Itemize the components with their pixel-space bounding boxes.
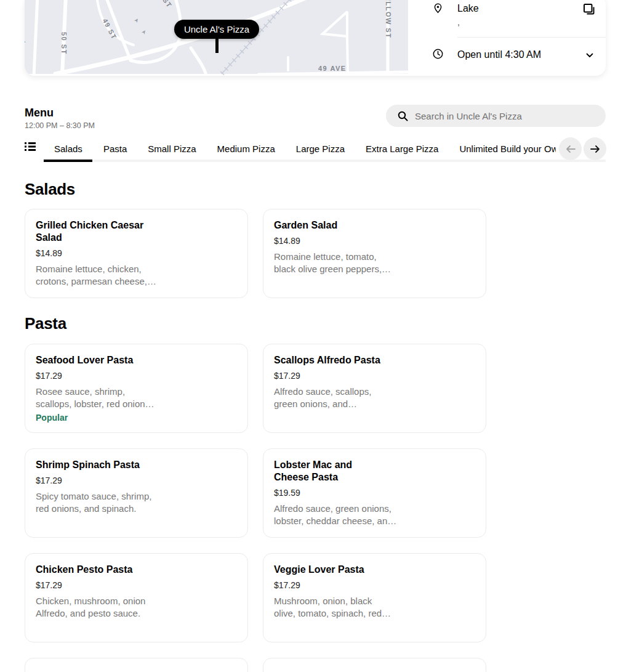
menu-item-card[interactable]: Grilled Chicken Caesar Salad $14.89 Roma… bbox=[25, 209, 248, 298]
item-name: Chicken Pesto Pasta bbox=[36, 564, 237, 576]
item-description: Spicy tomato sauce, shrimp, red onions, … bbox=[36, 490, 237, 515]
item-price: $17.29 bbox=[36, 580, 237, 591]
street-label: 50 ST bbox=[60, 32, 68, 55]
popular-badge: Popular bbox=[36, 413, 68, 423]
menu-item-card[interactable]: Seafood Lover Pasta $17.29 Rosee sauce, … bbox=[25, 344, 248, 433]
menu-item-card[interactable]: Scallops Alfredo Pasta $17.29 Alfredo sa… bbox=[263, 344, 486, 433]
restaurant-info-panel: Lake , Open until 4:30 AM bbox=[408, 0, 606, 76]
restaurant-address-line2: , bbox=[457, 17, 460, 27]
restaurant-address: Lake bbox=[457, 1, 479, 17]
category-tabbar: Salads Pasta Small Pizza Medium Pizza La… bbox=[0, 137, 618, 164]
item-name: Scallops Alfredo Pasta bbox=[274, 354, 475, 366]
item-price: $14.89 bbox=[36, 248, 237, 259]
map-pin-stem bbox=[215, 38, 219, 53]
item-name: Garden Salad bbox=[274, 219, 475, 232]
location-pin-icon bbox=[433, 3, 443, 14]
arrow-right-icon bbox=[590, 144, 601, 155]
item-description: Alfredo sauce, scallops, green onions, a… bbox=[274, 386, 475, 410]
item-description: Chicken, mushroom, onion Alfredo, and pe… bbox=[36, 595, 237, 620]
item-name: Grilled Chicken Caesar Salad bbox=[36, 219, 237, 244]
tab-underline-track bbox=[44, 160, 606, 162]
item-price: $17.29 bbox=[274, 580, 475, 591]
divider bbox=[457, 37, 606, 38]
active-tab-indicator bbox=[44, 160, 92, 162]
copy-address-button[interactable] bbox=[582, 2, 596, 16]
restaurant-map-card: ST 49 ST 50 ST WILLOW ST 49 AVE ST ➤ ➤ U… bbox=[25, 0, 606, 76]
menu-item-card[interactable]: Garden Salad $14.89 Romaine lettuce, tom… bbox=[263, 209, 486, 298]
arrow-left-icon bbox=[565, 144, 576, 155]
menu-list-button[interactable] bbox=[25, 142, 36, 152]
item-price: $19.59 bbox=[274, 488, 475, 498]
clock-icon bbox=[433, 49, 443, 59]
street-label: WILLOW ST bbox=[385, 0, 392, 38]
search-bar[interactable] bbox=[386, 105, 606, 127]
tabs-next-button[interactable] bbox=[584, 137, 606, 160]
item-price: $17.29 bbox=[36, 476, 237, 486]
menu-item-card[interactable]: Shrimp Spinach Pasta $17.29 Spicy tomato… bbox=[25, 448, 248, 538]
item-description: Romaine lettuce, tomato, black olive gre… bbox=[274, 251, 475, 275]
item-name: Shrimp Spinach Pasta bbox=[36, 459, 237, 471]
item-price: $17.29 bbox=[36, 371, 237, 381]
item-description: Rosee sauce, shrimp, scallops, lobster, … bbox=[36, 386, 237, 410]
item-description: Romaine lettuce, chicken, crotons, parme… bbox=[36, 263, 237, 288]
opening-hours-row[interactable]: Open until 4:30 AM bbox=[408, 43, 606, 68]
map[interactable]: ST 49 ST 50 ST WILLOW ST 49 AVE ST ➤ ➤ U… bbox=[25, 0, 408, 76]
menu-item-card-partial[interactable] bbox=[263, 658, 486, 672]
salads-grid: Grilled Chicken Caesar Salad $14.89 Roma… bbox=[25, 209, 486, 298]
item-description: Alfredo sauce, green onions, lobster, ch… bbox=[274, 503, 475, 527]
copy-icon bbox=[582, 2, 596, 16]
item-name: Veggie Lover Pasta bbox=[274, 564, 475, 576]
item-name: Lobster Mac and Cheese Pasta bbox=[274, 459, 475, 484]
item-price: $17.29 bbox=[274, 371, 475, 381]
tabs-prev-button[interactable] bbox=[559, 137, 582, 160]
menu-item-card[interactable]: Chicken Pesto Pasta $17.29 Chicken, mush… bbox=[25, 553, 248, 642]
item-name: Seafood Lover Pasta bbox=[36, 354, 237, 366]
menu-title: Menu bbox=[25, 107, 54, 119]
menu-item-card[interactable]: Veggie Lover Pasta $17.29 Mushroom, onio… bbox=[263, 553, 486, 642]
item-price: $14.89 bbox=[274, 236, 475, 246]
pasta-grid: Seafood Lover Pasta $17.29 Rosee sauce, … bbox=[25, 344, 486, 672]
list-icon bbox=[25, 142, 36, 152]
search-icon bbox=[398, 111, 408, 121]
map-pin-label[interactable]: Uncle Al's Pizza bbox=[174, 20, 259, 39]
street-label: 49 AVE bbox=[318, 65, 347, 72]
search-input[interactable] bbox=[414, 110, 588, 122]
section-title-salads: Salads bbox=[25, 180, 75, 199]
menu-hours: 12:00 PM – 8:30 PM bbox=[25, 121, 95, 130]
menu-item-card[interactable]: Lobster Mac and Cheese Pasta $19.59 Alfr… bbox=[263, 448, 486, 538]
menu-item-card-partial[interactable] bbox=[25, 658, 248, 672]
section-title-pasta: Pasta bbox=[25, 314, 66, 333]
item-description: Mushroom, onion, black olive, tomato, sp… bbox=[274, 595, 475, 620]
hours-status: Open until 4:30 AM bbox=[457, 49, 541, 60]
chevron-down-icon bbox=[585, 51, 595, 60]
